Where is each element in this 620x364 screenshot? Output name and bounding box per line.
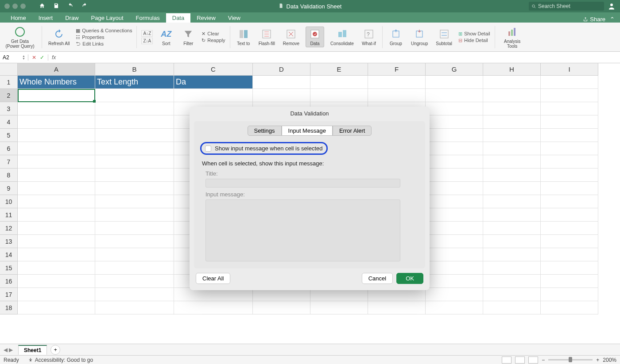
cell[interactable] bbox=[426, 89, 483, 102]
cell[interactable] bbox=[541, 208, 598, 222]
row-header[interactable]: 16 bbox=[0, 275, 18, 288]
cell[interactable] bbox=[18, 235, 95, 248]
row-header[interactable]: 7 bbox=[0, 155, 18, 169]
cell[interactable] bbox=[174, 301, 253, 314]
tab-draw[interactable]: Draw bbox=[59, 13, 85, 23]
cell[interactable] bbox=[95, 248, 174, 261]
cell[interactable] bbox=[483, 76, 541, 89]
refresh-button[interactable]: Refresh All bbox=[46, 27, 71, 47]
cell[interactable] bbox=[541, 155, 598, 169]
subtotal-button[interactable]: Subtotal bbox=[434, 27, 454, 47]
cell[interactable] bbox=[95, 288, 174, 301]
col-header-b[interactable]: B bbox=[95, 63, 174, 76]
cell[interactable] bbox=[483, 301, 541, 314]
cell[interactable]: Da bbox=[174, 76, 253, 89]
cell[interactable] bbox=[483, 169, 541, 182]
zoom-in-button[interactable]: + bbox=[596, 357, 599, 363]
col-header-a[interactable]: A bbox=[18, 63, 95, 76]
cell[interactable] bbox=[426, 129, 483, 142]
cell[interactable] bbox=[310, 301, 368, 314]
cell[interactable] bbox=[426, 182, 483, 195]
cell[interactable] bbox=[18, 261, 95, 275]
avatar-icon[interactable] bbox=[608, 2, 616, 10]
cell[interactable] bbox=[541, 142, 598, 155]
show-detail-button[interactable]: ⊞Show Detail bbox=[458, 31, 490, 37]
accept-formula-icon[interactable]: ✓ bbox=[40, 54, 44, 61]
cell[interactable] bbox=[541, 288, 598, 301]
consolidate-button[interactable]: Consolidate bbox=[329, 27, 356, 47]
cell[interactable] bbox=[426, 222, 483, 235]
page-break-button[interactable] bbox=[528, 356, 538, 364]
row-header[interactable]: 9 bbox=[0, 182, 18, 195]
row-header[interactable]: 11 bbox=[0, 208, 18, 222]
cell[interactable] bbox=[541, 76, 598, 89]
message-input[interactable] bbox=[205, 199, 400, 261]
cell[interactable] bbox=[95, 235, 174, 248]
zoom-thumb[interactable] bbox=[569, 357, 572, 362]
close-icon[interactable] bbox=[4, 4, 10, 9]
cell[interactable] bbox=[18, 208, 95, 222]
cell[interactable] bbox=[95, 275, 174, 288]
undo-icon[interactable] bbox=[67, 3, 74, 10]
cell[interactable] bbox=[18, 195, 95, 208]
edit-links-button[interactable]: ⮌Edit Links bbox=[76, 41, 132, 46]
namebox-arrows-icon[interactable]: ▲▼ bbox=[22, 55, 25, 60]
cell[interactable] bbox=[18, 275, 95, 288]
cell[interactable] bbox=[483, 89, 541, 102]
cell[interactable] bbox=[18, 248, 95, 261]
maximize-icon[interactable] bbox=[20, 4, 26, 9]
zoom-out-button[interactable]: − bbox=[542, 357, 545, 363]
cell[interactable] bbox=[95, 301, 174, 314]
cell[interactable] bbox=[541, 129, 598, 142]
cell[interactable] bbox=[426, 288, 483, 301]
name-box[interactable]: A2 ▲▼ bbox=[0, 54, 28, 61]
cell[interactable] bbox=[483, 129, 541, 142]
col-header-h[interactable]: H bbox=[483, 63, 541, 76]
save-icon[interactable] bbox=[53, 3, 59, 10]
cell[interactable] bbox=[95, 155, 174, 169]
minimize-icon[interactable] bbox=[12, 4, 18, 9]
cell[interactable] bbox=[368, 89, 426, 102]
filter-button[interactable]: Filter bbox=[179, 27, 197, 47]
cell[interactable] bbox=[483, 115, 541, 129]
row-header[interactable]: 12 bbox=[0, 222, 18, 235]
row-header[interactable]: 10 bbox=[0, 195, 18, 208]
cell[interactable] bbox=[541, 182, 598, 195]
row-header[interactable]: 2 bbox=[0, 89, 18, 102]
cell[interactable] bbox=[426, 76, 483, 89]
cell[interactable] bbox=[483, 261, 541, 275]
cell[interactable] bbox=[541, 248, 598, 261]
cell[interactable] bbox=[541, 261, 598, 275]
search-input[interactable]: Search Sheet bbox=[529, 2, 604, 11]
dialog-tab-error-alert[interactable]: Error Alert bbox=[333, 126, 372, 136]
sort-asc-button[interactable]: A↓Z bbox=[141, 30, 153, 37]
row-header[interactable]: 1 bbox=[0, 76, 18, 89]
cell[interactable] bbox=[483, 275, 541, 288]
cell[interactable]: Text Length bbox=[95, 76, 174, 89]
tab-review[interactable]: Review bbox=[190, 13, 222, 23]
cell[interactable] bbox=[95, 222, 174, 235]
add-sheet-button[interactable]: + bbox=[50, 345, 60, 355]
cell[interactable] bbox=[483, 248, 541, 261]
row-header[interactable]: 3 bbox=[0, 102, 18, 115]
cell[interactable] bbox=[426, 275, 483, 288]
cell[interactable] bbox=[18, 222, 95, 235]
normal-view-button[interactable] bbox=[502, 356, 512, 364]
cell[interactable] bbox=[95, 182, 174, 195]
cell[interactable] bbox=[426, 208, 483, 222]
cell[interactable] bbox=[18, 142, 95, 155]
sort-desc-button[interactable]: Z↓A bbox=[141, 38, 153, 44]
data-validation-button[interactable]: Data bbox=[306, 27, 324, 47]
col-header-i[interactable]: I bbox=[541, 63, 598, 76]
cell[interactable] bbox=[541, 169, 598, 182]
cell[interactable] bbox=[174, 89, 253, 102]
cell[interactable] bbox=[95, 208, 174, 222]
cell[interactable]: Whole Numbers bbox=[18, 76, 95, 89]
cell[interactable] bbox=[253, 76, 310, 89]
cell[interactable] bbox=[426, 102, 483, 115]
cell[interactable] bbox=[483, 288, 541, 301]
title-input[interactable] bbox=[205, 179, 400, 188]
cell[interactable] bbox=[253, 89, 310, 102]
ok-button[interactable]: OK bbox=[396, 273, 423, 284]
sheet-prev-icon[interactable]: ◀ bbox=[4, 347, 8, 353]
